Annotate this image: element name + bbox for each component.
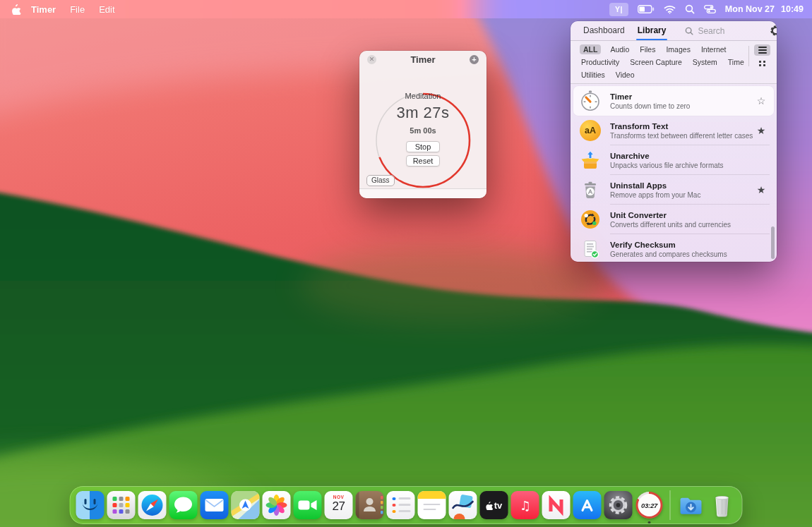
dock: NOV 27: [70, 486, 743, 524]
dock-launchpad-icon[interactable]: [107, 491, 136, 519]
tool-row-timer[interactable]: Timer Counts down time to zero ☆: [573, 86, 774, 116]
menu-edit[interactable]: Edit: [99, 4, 114, 15]
timer-content: Meditation 3m 27s 5m 00s Stop Reset: [359, 68, 486, 166]
favorite-star-filled-icon[interactable]: ★: [756, 126, 767, 135]
menu-bar-clock[interactable]: Mon Nov 27 10:49: [725, 4, 804, 14]
dock-maps-icon[interactable]: [232, 491, 260, 519]
tool-subtitle: Generates and compares checksums: [610, 250, 756, 258]
tool-subtitle: Converts different units and currencies: [610, 221, 756, 229]
search-field[interactable]: [685, 25, 770, 37]
tool-subtitle: Remove apps from your Mac: [610, 191, 756, 199]
scrollbar-thumb[interactable]: [771, 226, 775, 259]
calendar-month: NOV: [325, 495, 353, 499]
parallels-toolbox-panel: Dashboard Library ALL Audio: [571, 21, 777, 262]
dock-appstore-icon[interactable]: [573, 491, 602, 519]
tab-library[interactable]: Library: [638, 21, 667, 40]
list-view-button[interactable]: [754, 44, 770, 56]
unarchive-tool-icon: [580, 150, 601, 171]
dock-calendar-icon[interactable]: NOV 27: [325, 491, 353, 519]
menu-file[interactable]: File: [70, 4, 85, 15]
filter-system[interactable]: System: [691, 57, 719, 67]
filter-audio[interactable]: Audio: [609, 44, 631, 54]
filter-files[interactable]: Files: [638, 44, 657, 54]
filter-internet[interactable]: Internet: [700, 44, 728, 54]
tool-row-unarchive[interactable]: Unarchive Unpacks various file archive f…: [571, 145, 777, 175]
menu-bar: Timer File Edit Y|: [0, 0, 812, 18]
dock-facetime-icon[interactable]: [294, 491, 322, 519]
filter-productivity[interactable]: Productivity: [580, 57, 621, 67]
filter-time[interactable]: Time: [727, 57, 746, 67]
timer-total-time: 5m 00s: [359, 126, 486, 135]
dock-reminders-icon[interactable]: [387, 491, 415, 519]
tool-row-transform-text[interactable]: aA Transform Text Transforms text betwee…: [571, 116, 777, 145]
glass-style-chip[interactable]: Glass: [366, 175, 395, 186]
dock-freeform-icon[interactable]: [449, 491, 477, 519]
menu-bar-status: Y|: [609, 3, 804, 16]
spotlight-search-icon[interactable]: [685, 4, 695, 14]
dock-news-icon[interactable]: [542, 491, 571, 519]
category-filter-bar: ALL Audio Files Images Internet Producti…: [571, 41, 777, 84]
parallels-toolbox-menu-icon[interactable]: Y|: [609, 3, 628, 16]
window-close-button[interactable]: ✕: [367, 55, 376, 64]
favorite-star-filled-icon[interactable]: ★: [756, 185, 767, 195]
add-timer-button[interactable]: +: [470, 55, 479, 64]
search-input[interactable]: [696, 25, 770, 37]
dock-trash-icon[interactable]: [708, 491, 736, 519]
tool-subtitle: Counts down time to zero: [610, 102, 756, 110]
favorite-star-outline-icon[interactable]: ☆: [756, 96, 767, 106]
dock-notes-icon[interactable]: [418, 491, 446, 519]
menu-bar-time: 10:49: [781, 4, 804, 14]
tool-row-unit-converter[interactable]: Unit Converter Converts different units …: [571, 205, 777, 234]
filter-images[interactable]: Images: [664, 44, 691, 54]
tool-title: Transform Text: [610, 122, 756, 131]
verify-checksum-tool-icon: [580, 238, 601, 260]
dock-downloads-icon[interactable]: [677, 491, 705, 519]
tool-title: Unarchive: [610, 152, 756, 160]
transform-text-tool-icon: aA: [580, 120, 601, 141]
timer-window-title: Timer: [410, 54, 435, 65]
tool-subtitle: Transforms text between different letter…: [610, 132, 756, 140]
apple-menu-icon[interactable]: [11, 4, 21, 15]
toolbox-header: Dashboard Library: [571, 21, 777, 41]
stop-button[interactable]: Stop: [406, 141, 440, 152]
dock-music-icon[interactable]: ♫: [511, 491, 539, 519]
tab-dashboard[interactable]: Dashboard: [583, 21, 625, 40]
control-center-icon[interactable]: [704, 5, 716, 13]
tool-row-verify-checksum[interactable]: Verify Checksum Generates and compares c…: [571, 234, 777, 262]
tool-title: Verify Checksum: [610, 241, 756, 249]
dock-mail-icon[interactable]: [201, 491, 229, 519]
timer-remaining-time: 3m 27s: [359, 104, 486, 122]
grid-view-button[interactable]: [754, 59, 770, 68]
timer-window: ✕ Timer + Meditation 3m 27s 5m 00s Stop …: [359, 51, 486, 198]
menu-app-name[interactable]: Timer: [31, 4, 56, 15]
dock-contacts-icon[interactable]: [356, 491, 384, 519]
filter-all[interactable]: ALL: [580, 44, 601, 54]
dock-timer-icon[interactable]: 03:27: [635, 491, 664, 519]
timer-preset-name: Meditation: [359, 92, 486, 100]
tool-title: Timer: [610, 92, 756, 101]
dock-safari-icon[interactable]: [138, 491, 167, 519]
uninstall-apps-tool-icon: [580, 179, 601, 200]
dock-separator: [670, 490, 671, 520]
battery-icon[interactable]: [638, 5, 655, 13]
settings-gear-icon[interactable]: [770, 25, 777, 37]
dock-settings-icon[interactable]: [604, 491, 633, 519]
search-icon: [685, 27, 693, 35]
filter-screen-capture[interactable]: Screen Capture: [628, 57, 683, 67]
timer-tool-icon: [580, 90, 601, 111]
dock-messages-icon[interactable]: [169, 491, 198, 519]
tool-title: Unit Converter: [610, 211, 756, 219]
filter-video[interactable]: Video: [614, 70, 636, 80]
tool-row-uninstall-apps[interactable]: Uninstall Apps Remove apps from your Mac…: [571, 175, 777, 205]
music-note-icon: ♫: [519, 498, 530, 513]
dock-timer-badge: 03:27: [641, 502, 657, 509]
dock-photos-icon[interactable]: [263, 491, 291, 519]
dock-finder-icon[interactable]: [76, 491, 105, 519]
wifi-icon[interactable]: [664, 5, 676, 14]
filter-utilities[interactable]: Utilities: [580, 70, 607, 80]
reset-button[interactable]: Reset: [406, 155, 440, 166]
tool-title: Uninstall Apps: [610, 181, 756, 190]
timer-window-titlebar[interactable]: ✕ Timer +: [359, 51, 486, 68]
dock-tv-icon[interactable]: tv: [480, 491, 508, 519]
unit-converter-tool-icon: [580, 209, 601, 230]
